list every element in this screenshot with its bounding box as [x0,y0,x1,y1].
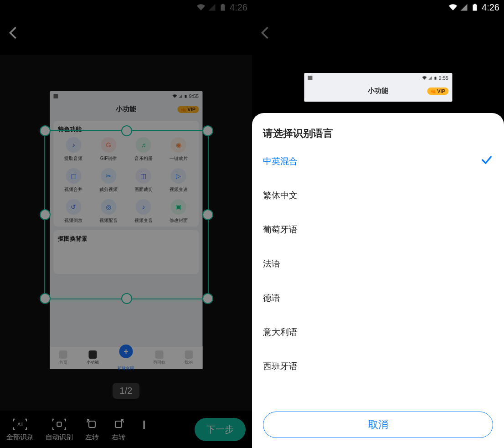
crown-icon [430,89,436,93]
battery-icon [471,3,479,11]
wifi-icon [422,76,427,80]
back-icon[interactable] [257,25,274,41]
inner-status-time: 9:55 [439,75,448,81]
left-screen: 4:26 9:55 小功能 VIP 特色功能 ♪提取音频GGIF制作♬ [0,0,252,448]
language-label: 葡萄牙语 [263,224,298,236]
language-option[interactable]: 葡萄牙语 [263,212,493,247]
status-time: 4:26 [482,2,499,13]
language-option[interactable]: 德语 [263,281,493,315]
inner-title-row: 小功能 VIP [304,83,452,99]
right-screen: 4:26 9:55 小功能 VIP 请选择识别语言 中英混合繁体中文葡萄牙语法语… [252,0,504,448]
language-option[interactable]: 法语 [263,247,493,281]
language-option[interactable]: 中英混合 [263,144,493,178]
vip-badge: VIP [427,88,448,95]
language-label: 意大利语 [263,326,298,338]
check-icon [480,154,493,169]
language-label: 中英混合 [263,155,298,167]
language-option[interactable]: 西班牙语 [263,349,493,383]
language-label: 德语 [263,292,280,304]
language-label: 法语 [263,258,280,270]
cancel-button[interactable]: 取消 [263,412,493,438]
inner-status-bar: 9:55 [304,73,452,83]
inner-page-title: 小功能 [368,87,388,95]
language-label: 西班牙语 [263,360,298,372]
language-label: 繁体中文 [263,190,298,201]
signal-icon [460,3,468,11]
wifi-icon [449,3,457,11]
battery-icon [434,76,437,81]
dim-overlay [0,0,252,448]
crop-target-image: 9:55 小功能 VIP [304,73,452,102]
sheet-title: 请选择识别语言 [263,127,493,140]
language-sheet: 请选择识别语言 中英混合繁体中文葡萄牙语法语德语意大利语西班牙语 取消 [252,113,504,448]
language-option[interactable]: 意大利语 [263,315,493,349]
language-list: 中英混合繁体中文葡萄牙语法语德语意大利语西班牙语 [263,144,493,407]
language-option[interactable]: 繁体中文 [263,178,493,212]
inner-sim-icon [308,76,312,80]
status-bar: 4:26 [252,0,504,15]
signal-icon [428,76,432,80]
app-bar [252,15,504,51]
